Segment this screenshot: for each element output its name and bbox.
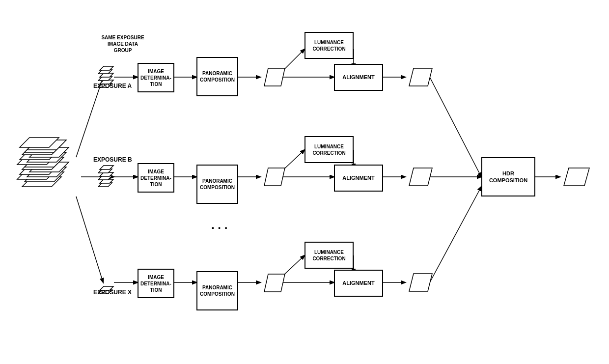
svg-marker-65 (564, 168, 589, 186)
image-determination-a: IMAGEDETERMINA-TION (138, 63, 174, 92)
luminance-correction-x: LUMINANCECORRECTION (304, 242, 354, 269)
alignment-b: ALIGNMENT (334, 165, 383, 192)
hdr-composition: HDRCOMPOSITION (481, 157, 535, 196)
dots-separator: · · · (211, 221, 227, 235)
image-determination-b: IMAGEDETERMINA-TION (138, 163, 174, 193)
panoramic-composition-b: PANORAMICCOMPOSITION (196, 165, 238, 204)
svg-marker-64 (409, 274, 432, 291)
alignment-a: ALIGNMENT (334, 64, 383, 91)
svg-marker-62 (409, 68, 432, 86)
luminance-correction-b: LUMINANCECORRECTION (304, 136, 354, 163)
alignment-x: ALIGNMENT (334, 270, 383, 297)
exposure-a-label: EXPOSURE A (93, 83, 132, 89)
svg-marker-60 (264, 168, 285, 186)
big-input-stack (15, 133, 81, 196)
row-b-input-stack (98, 162, 115, 192)
exposure-b-label: EXPOSURE B (93, 156, 132, 163)
panoramic-composition-a: PANORAMICCOMPOSITION (196, 57, 238, 96)
panoramic-composition-x: PANORAMICCOMPOSITION (196, 271, 238, 310)
svg-marker-61 (264, 274, 285, 292)
luminance-correction-a: LUMINANCECORRECTION (304, 32, 354, 59)
svg-marker-59 (264, 68, 285, 86)
exposure-x-label: EXPOSURE X (93, 289, 132, 296)
svg-marker-63 (409, 168, 432, 186)
image-determination-x: IMAGEDETERMINA-TION (138, 269, 174, 298)
same-exposure-label: SAME EXPOSURE IMAGE DATA GROUP (98, 34, 147, 54)
diagram: SAME EXPOSURE IMAGE DATA GROUP (0, 0, 609, 364)
